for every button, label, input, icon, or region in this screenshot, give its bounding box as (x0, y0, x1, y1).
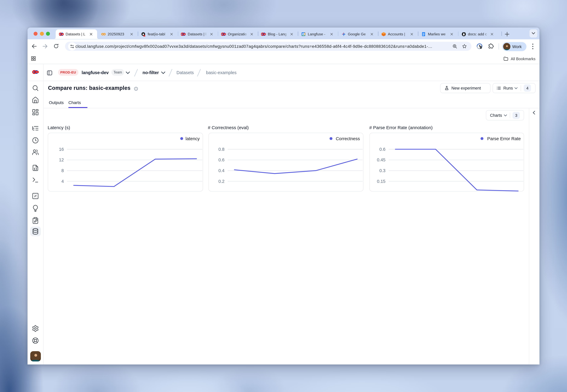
svg-text:4: 4 (61, 179, 64, 184)
svg-text:12: 12 (59, 157, 64, 162)
svg-text:0.3: 0.3 (379, 168, 385, 173)
svg-text:0.6: 0.6 (379, 147, 385, 152)
svg-text:Parse Error Rate: Parse Error Rate (487, 136, 521, 141)
svg-text:8: 8 (61, 168, 64, 173)
svg-text:6: 6 (303, 33, 304, 35)
svg-text:0.15: 0.15 (377, 179, 385, 184)
svg-text:latency: latency (185, 136, 199, 141)
svg-text:0.8: 0.8 (218, 147, 225, 152)
svg-text:0.6: 0.6 (218, 157, 225, 162)
svg-text:Correctness: Correctness (336, 136, 360, 141)
svg-text:0.2: 0.2 (218, 179, 225, 184)
svg-text:16: 16 (59, 147, 64, 152)
svg-text:0.45: 0.45 (377, 157, 385, 162)
svg-text:0.4: 0.4 (218, 168, 225, 173)
